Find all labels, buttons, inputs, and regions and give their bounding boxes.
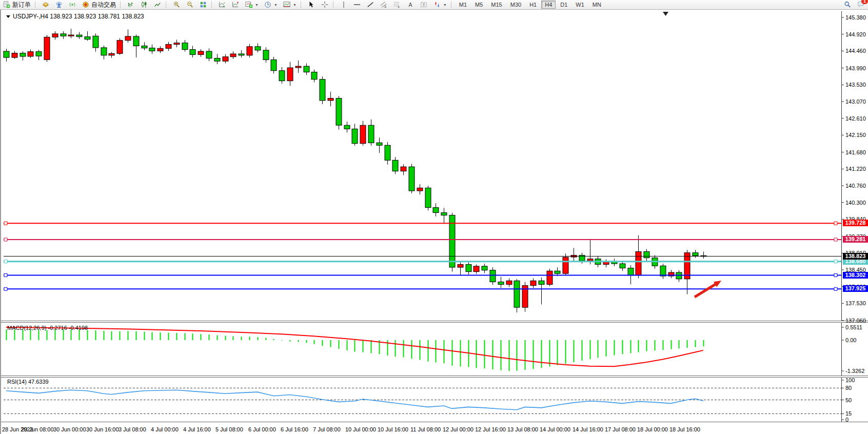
- candle-bearish: [620, 261, 625, 271]
- add-indicator-icon: [245, 1, 253, 8]
- date-tick-label: 5 Jul 08:00: [215, 426, 243, 432]
- trendline-tool-button[interactable]: [364, 1, 377, 9]
- candle-bearish: [336, 96, 342, 129]
- candle-bullish: [328, 92, 333, 106]
- indicator-window-button[interactable]: [215, 1, 229, 9]
- chart-window: USDJPY-,H4 138.923 138.923 138.781 138.8…: [0, 10, 868, 434]
- line-endpoint-handle: [4, 238, 7, 241]
- date-tick-label: 4 Jul 00:00: [151, 426, 179, 432]
- autotrade-label: 自动交易: [91, 1, 116, 9]
- new-order-button[interactable]: 新订单: [0, 1, 33, 9]
- period-button[interactable]: ▼: [261, 1, 280, 9]
- candle-bullish: [174, 40, 180, 47]
- text-tool-button[interactable]: A: [404, 1, 417, 9]
- zoom-in-button[interactable]: [170, 1, 183, 9]
- timeframe-button-h4[interactable]: H4: [541, 1, 556, 9]
- candle-bearish: [190, 46, 195, 57]
- candle-chart-button[interactable]: [137, 1, 151, 9]
- timeframe-button-mn[interactable]: MN: [589, 1, 605, 9]
- candle-bearish: [4, 49, 9, 62]
- date-tick-label: 30 Jun 16:00: [86, 426, 119, 432]
- zoom-in-icon: [172, 1, 181, 8]
- arrows-tool-button[interactable]: ▼: [430, 1, 449, 9]
- community-button[interactable]: [52, 1, 66, 9]
- timeframe-button-d1[interactable]: D1: [557, 1, 571, 9]
- candle-bearish: [36, 50, 42, 60]
- timeframe-button-m30[interactable]: M30: [507, 1, 525, 9]
- timeframe-button-m15[interactable]: M15: [487, 1, 505, 9]
- chart-plot-area[interactable]: [1, 10, 868, 434]
- candle-bearish: [392, 157, 398, 174]
- price-tick-label: 142.150: [845, 132, 866, 138]
- text-icon: A: [406, 1, 415, 8]
- candle-bearish: [93, 33, 98, 52]
- market-watch-button[interactable]: [39, 1, 52, 9]
- date-tick-label: 10 Jul 00:00: [345, 426, 376, 432]
- horizontal-line-tool-button[interactable]: [350, 1, 364, 9]
- candle-bearish: [498, 277, 504, 288]
- cursor-tool-button[interactable]: [305, 1, 318, 9]
- rsi-tick-label: 100: [845, 377, 855, 383]
- date-tick-label: 7 Jul 08:00: [313, 426, 341, 432]
- candle-bearish: [182, 40, 188, 52]
- bar-chart-button[interactable]: [124, 1, 137, 9]
- price-tick-label: 141.680: [845, 149, 866, 155]
- timeframe-button-w1[interactable]: W1: [572, 1, 588, 9]
- new-order-icon: [3, 1, 11, 8]
- date-tick-label: 6 Jul 16:00: [281, 426, 308, 432]
- autotrade-button[interactable]: 自动交易: [79, 1, 119, 9]
- timeframe-button-m1[interactable]: M1: [456, 1, 470, 9]
- candle-bearish: [320, 76, 325, 104]
- fibonacci-tool-button[interactable]: F: [390, 1, 404, 9]
- cursor-icon: [307, 1, 315, 8]
- candle-bullish: [506, 278, 512, 287]
- search-icon[interactable]: [843, 1, 852, 8]
- candle-bearish: [344, 122, 350, 132]
- timeframe-button-m5[interactable]: M5: [471, 1, 486, 9]
- candle-bullish: [247, 44, 252, 57]
- price-tick-label: 141.220: [845, 166, 866, 172]
- candle-bullish: [668, 270, 674, 278]
- candle-bearish: [693, 250, 698, 258]
- vertical-line-tool-button[interactable]: [337, 1, 350, 9]
- candle-bullish: [223, 54, 228, 64]
- add-indicator-button[interactable]: ▼: [242, 1, 261, 9]
- date-tick-label: 12 Jul 00:00: [443, 426, 474, 432]
- crosshair-tool-button[interactable]: [318, 1, 331, 9]
- candle-bullish: [571, 248, 577, 261]
- candle-bullish: [401, 164, 406, 175]
- candle-bearish: [449, 213, 455, 272]
- candle-bearish: [214, 54, 220, 64]
- timeframe-button-h1[interactable]: H1: [526, 1, 540, 9]
- notifications-button[interactable]: 1: [857, 1, 865, 9]
- candle-bearish: [76, 32, 82, 39]
- candle-bullish: [287, 62, 293, 86]
- candle-bearish: [539, 278, 544, 305]
- panel-splitter[interactable]: [1, 376, 868, 378]
- template-icon: [283, 1, 291, 8]
- candle-bullish: [474, 264, 479, 273]
- panel-splitter[interactable]: [1, 321, 868, 323]
- tile-windows-icon: [199, 1, 207, 8]
- chart-dropdown-icon[interactable]: [6, 15, 10, 18]
- candle-bearish: [676, 270, 682, 282]
- arrows-icon: [433, 1, 441, 8]
- candle-bullish: [458, 262, 463, 275]
- depth-of-market-button[interactable]: [229, 1, 242, 9]
- zoom-out-button[interactable]: [183, 1, 196, 9]
- date-tick-label: 18 Jul 16:00: [669, 426, 700, 432]
- autotrade-icon: [82, 1, 90, 8]
- toolbar-separator: [451, 1, 454, 8]
- price-tick-label: 144.460: [845, 48, 866, 54]
- template-button[interactable]: ▼: [280, 1, 299, 9]
- notification-badge: 1: [861, 0, 868, 4]
- line-endpoint-handle: [834, 222, 837, 225]
- candle-bullish: [603, 259, 609, 267]
- candle-bullish: [52, 31, 58, 40]
- signals-button[interactable]: [66, 1, 79, 9]
- textbox-tool-button[interactable]: T: [417, 1, 430, 9]
- dropdown-caret-icon: ▼: [443, 3, 447, 7]
- line-chart-button[interactable]: [151, 1, 164, 9]
- channel-tool-button[interactable]: E: [377, 1, 390, 9]
- tile-windows-button[interactable]: [196, 1, 210, 9]
